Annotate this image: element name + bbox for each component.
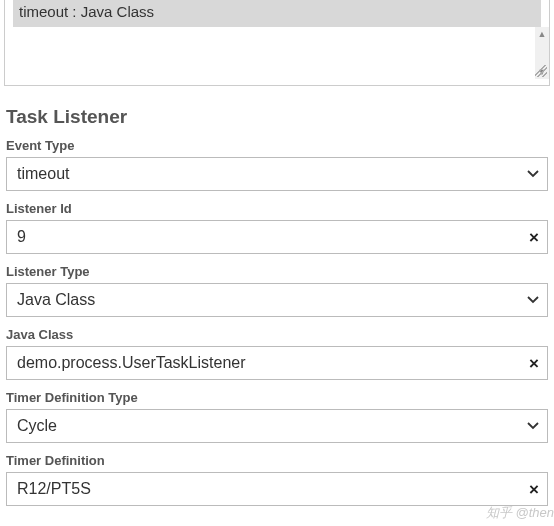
timer-def-label: Timer Definition [6,453,548,468]
listener-type-label: Listener Type [6,264,548,279]
event-type-label: Event Type [6,138,548,153]
listener-list-item[interactable]: timeout : Java Class [13,0,541,27]
scroll-up-icon: ▲ [538,27,547,41]
java-class-label: Java Class [6,327,548,342]
resize-grip-icon[interactable] [535,65,547,77]
clear-icon[interactable]: × [529,355,539,372]
listener-id-value: 9 [17,228,515,246]
listener-id-label: Listener Id [6,201,548,216]
listener-type-value: Java Class [17,291,519,309]
listener-type-select[interactable]: Java Class [6,283,548,317]
event-type-select[interactable]: timeout [6,157,548,191]
chevron-down-icon [527,170,539,178]
listener-list-box: timeout : Java Class ▲ ▼ [4,0,550,86]
listener-list-item-text: timeout : Java Class [19,3,154,20]
timer-def-value: R12/PT5S [17,480,515,498]
clear-icon[interactable]: × [529,229,539,246]
timer-def-type-value: Cycle [17,417,519,435]
listener-id-input[interactable]: 9 × [6,220,548,254]
clear-icon[interactable]: × [529,481,539,498]
section-title: Task Listener [6,106,548,128]
chevron-down-icon [527,422,539,430]
chevron-down-icon [527,296,539,304]
event-type-value: timeout [17,165,519,183]
java-class-input[interactable]: demo.process.UserTaskListener × [6,346,548,380]
timer-def-input[interactable]: R12/PT5S × [6,472,548,506]
timer-def-type-select[interactable]: Cycle [6,409,548,443]
timer-def-type-label: Timer Definition Type [6,390,548,405]
java-class-value: demo.process.UserTaskListener [17,354,515,372]
